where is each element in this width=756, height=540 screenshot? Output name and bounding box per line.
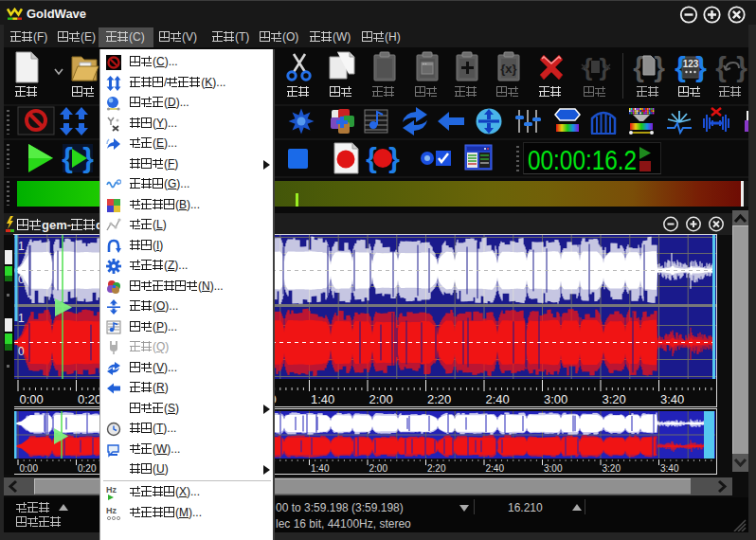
svg-text:123: 123 [683, 59, 699, 69]
svg-text:}: } [654, 51, 665, 82]
svg-text:{: { [633, 51, 644, 82]
svg-text:{: { [62, 142, 73, 173]
svg-text:{x}: {x} [500, 62, 516, 76]
svg-text:Hz: Hz [106, 506, 117, 515]
svg-text:Hz: Hz [106, 485, 117, 495]
